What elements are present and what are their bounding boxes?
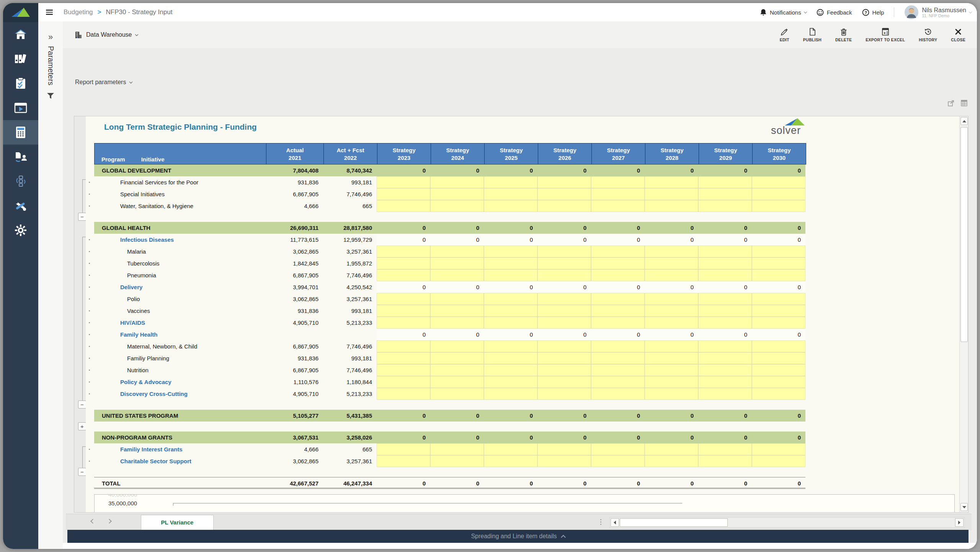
strategy-input-cell[interactable]	[377, 200, 430, 212]
strategy-input-cell[interactable]	[430, 200, 484, 212]
strategy-input-cell[interactable]	[591, 376, 645, 388]
scroll-down-button[interactable]	[960, 503, 968, 511]
strategy-input-cell[interactable]	[484, 443, 537, 455]
strategy-input-cell[interactable]	[430, 455, 484, 467]
report-parameters-dropdown[interactable]: Report parameters	[75, 79, 132, 86]
expand-group-button[interactable]: +	[78, 422, 86, 430]
strategy-input-cell[interactable]	[591, 352, 645, 364]
strategy-input-cell[interactable]	[430, 257, 484, 269]
history-button[interactable]: HISTORY	[919, 28, 937, 42]
delete-button[interactable]: DELETE	[835, 28, 852, 42]
grid-view-button[interactable]	[960, 99, 968, 107]
sidebar-item-archive[interactable]	[3, 47, 38, 71]
tab-scroll-left-icon[interactable]	[90, 519, 95, 524]
strategy-input-cell[interactable]	[591, 269, 645, 281]
horizontal-scrollbar[interactable]	[609, 517, 965, 528]
scroll-up-button[interactable]	[960, 117, 968, 125]
strategy-input-cell[interactable]	[698, 340, 752, 352]
strategy-input-cell[interactable]	[430, 364, 484, 376]
strategy-input-cell[interactable]	[537, 200, 591, 212]
tab-scroll-right-icon[interactable]	[107, 519, 112, 524]
sidebar-item-settings[interactable]	[3, 218, 38, 243]
strategy-input-cell[interactable]	[591, 340, 645, 352]
strategy-input-cell[interactable]	[591, 176, 645, 188]
strategy-input-cell[interactable]	[537, 176, 591, 188]
strategy-input-cell[interactable]	[484, 455, 537, 467]
sidebar-item-collaboration[interactable]	[3, 145, 38, 169]
strategy-input-cell[interactable]	[645, 352, 698, 364]
vertical-scrollbar[interactable]	[959, 116, 968, 512]
strategy-input-cell[interactable]	[698, 246, 752, 257]
user-menu[interactable]: Nils Rasmussen 11. NFP Demo	[904, 5, 972, 20]
strategy-input-cell[interactable]	[698, 455, 752, 467]
strategy-input-cell[interactable]	[537, 352, 591, 364]
splitter-handle[interactable]	[600, 518, 602, 526]
strategy-input-cell[interactable]	[430, 269, 484, 281]
horizontal-scroll-thumb[interactable]	[620, 518, 728, 527]
strategy-input-cell[interactable]	[484, 257, 537, 269]
sidebar-item-player[interactable]	[3, 96, 38, 120]
strategy-input-cell[interactable]	[752, 246, 805, 257]
strategy-input-cell[interactable]	[752, 176, 805, 188]
breadcrumb-root[interactable]: Budgeting	[64, 8, 93, 16]
strategy-input-cell[interactable]	[752, 340, 805, 352]
collapse-group-button[interactable]: −	[78, 468, 86, 476]
strategy-input-cell[interactable]	[484, 317, 537, 329]
strategy-input-cell[interactable]	[484, 388, 537, 400]
strategy-input-cell[interactable]	[698, 200, 752, 212]
strategy-input-cell[interactable]	[752, 293, 805, 305]
strategy-input-cell[interactable]	[430, 443, 484, 455]
strategy-input-cell[interactable]	[591, 200, 645, 212]
strategy-input-cell[interactable]	[430, 376, 484, 388]
scroll-left-button[interactable]	[611, 518, 619, 527]
sidebar-item-admin-tools[interactable]	[3, 194, 38, 218]
strategy-input-cell[interactable]	[645, 293, 698, 305]
strategy-input-cell[interactable]	[537, 364, 591, 376]
strategy-input-cell[interactable]	[698, 305, 752, 317]
data-source-dropdown[interactable]: Data Warehouse	[74, 31, 138, 39]
strategy-input-cell[interactable]	[537, 388, 591, 400]
strategy-input-cell[interactable]	[752, 257, 805, 269]
strategy-input-cell[interactable]	[537, 443, 591, 455]
strategy-input-cell[interactable]	[430, 293, 484, 305]
strategy-input-cell[interactable]	[484, 269, 537, 281]
strategy-input-cell[interactable]	[484, 200, 537, 212]
strategy-input-cell[interactable]	[377, 455, 430, 467]
strategy-input-cell[interactable]	[591, 246, 645, 257]
vertical-scroll-thumb[interactable]	[960, 127, 968, 342]
strategy-input-cell[interactable]	[591, 388, 645, 400]
feedback-button[interactable]: Feedback	[817, 9, 852, 16]
strategy-input-cell[interactable]	[430, 352, 484, 364]
strategy-input-cell[interactable]	[377, 364, 430, 376]
app-logo[interactable]	[3, 3, 38, 22]
strategy-input-cell[interactable]	[377, 443, 430, 455]
strategy-input-cell[interactable]	[698, 257, 752, 269]
strategy-input-cell[interactable]	[698, 317, 752, 329]
strategy-input-cell[interactable]	[698, 269, 752, 281]
close-button[interactable]: CLOSE	[951, 28, 965, 42]
strategy-input-cell[interactable]	[645, 364, 698, 376]
strategy-input-cell[interactable]	[752, 364, 805, 376]
strategy-input-cell[interactable]	[752, 352, 805, 364]
strategy-input-cell[interactable]	[377, 176, 430, 188]
strategy-input-cell[interactable]	[591, 257, 645, 269]
strategy-input-cell[interactable]	[484, 340, 537, 352]
strategy-input-cell[interactable]	[752, 443, 805, 455]
strategy-input-cell[interactable]	[645, 246, 698, 257]
strategy-input-cell[interactable]	[484, 364, 537, 376]
strategy-input-cell[interactable]	[591, 443, 645, 455]
strategy-input-cell[interactable]	[645, 340, 698, 352]
strategy-input-cell[interactable]	[591, 293, 645, 305]
collapse-group-button[interactable]: −	[78, 401, 86, 409]
strategy-input-cell[interactable]	[377, 269, 430, 281]
strategy-input-cell[interactable]	[430, 176, 484, 188]
menu-icon[interactable]	[46, 8, 53, 16]
strategy-input-cell[interactable]	[430, 317, 484, 329]
strategy-input-cell[interactable]	[645, 257, 698, 269]
strategy-input-cell[interactable]	[698, 352, 752, 364]
strategy-input-cell[interactable]	[537, 376, 591, 388]
strategy-input-cell[interactable]	[484, 188, 537, 200]
strategy-input-cell[interactable]	[430, 388, 484, 400]
strategy-input-cell[interactable]	[698, 176, 752, 188]
strategy-input-cell[interactable]	[484, 376, 537, 388]
